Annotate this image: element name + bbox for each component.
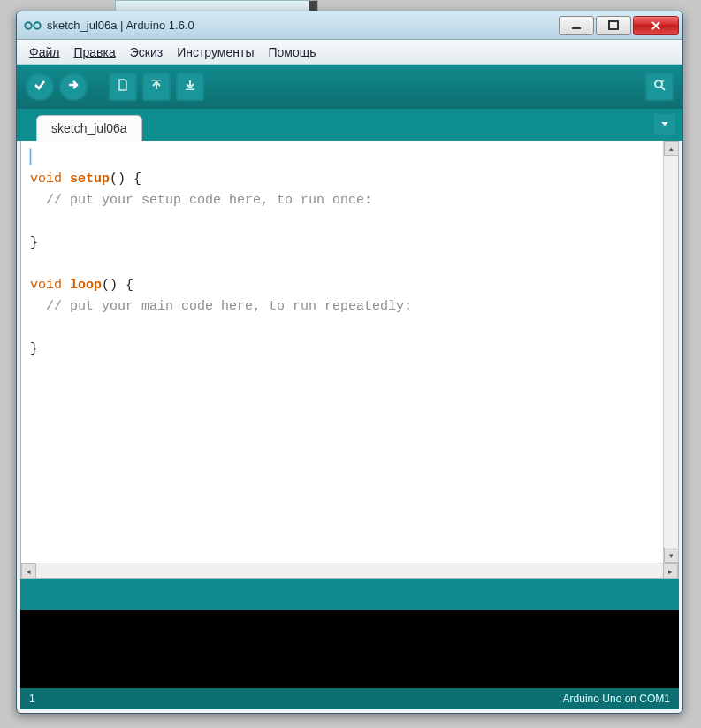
code-text: () { [102,278,133,293]
window-title: sketch_jul06a | Arduino 1.6.0 [47,19,559,32]
arrow-down-icon [183,78,197,96]
new-sketch-button[interactable] [109,73,137,101]
tab-sketch[interactable]: sketch_jul06a [36,115,142,141]
menu-sketch[interactable]: Эскиз [123,42,170,62]
menu-help[interactable]: Помощь [261,42,323,62]
text-cursor [30,149,31,165]
arrow-right-icon [66,78,80,96]
svg-point-1 [34,22,41,29]
toolbar [17,65,682,109]
code-text: } [30,235,38,250]
arrow-up-icon [149,78,164,96]
console-output[interactable] [20,610,679,688]
arduino-logo-icon [24,19,42,33]
vertical-scrollbar[interactable]: ▴ ▾ [663,141,678,563]
svg-point-6 [655,80,662,88]
tab-menu-button[interactable] [654,114,675,135]
code-text: () { [110,172,141,187]
line-number: 1 [29,693,35,705]
code-function: loop [70,278,102,293]
svg-point-0 [25,22,32,29]
svg-rect-4 [152,80,161,81]
code-comment: // put your setup code here, to run once… [30,193,372,208]
code-editor[interactable]: void setup() { // put your setup code he… [21,141,678,563]
arduino-ide-window: sketch_jul06a | Arduino 1.6.0 Файл Правк… [16,11,683,714]
status-bar: 1 Arduino Uno on COM1 [20,688,679,709]
svg-rect-5 [186,89,194,91]
upload-button[interactable] [59,73,88,101]
titlebar[interactable]: sketch_jul06a | Arduino 1.6.0 [17,11,682,40]
open-sketch-button[interactable] [142,73,171,101]
code-keyword: void [30,172,62,187]
svg-rect-3 [609,21,618,29]
code-text: } [30,341,38,356]
menu-bar: Файл Правка Эскиз Инструменты Помощь [17,40,682,65]
svg-rect-2 [572,27,581,29]
check-icon [33,78,47,96]
code-function: setup [70,172,110,187]
serial-monitor-button[interactable] [645,73,674,101]
scroll-left-icon[interactable]: ◂ [21,563,36,579]
serial-monitor-icon [652,78,667,96]
editor-pane: void setup() { // put your setup code he… [20,141,679,579]
code-comment: // put your main code here, to run repea… [30,299,412,314]
tab-strip: sketch_jul06a [17,109,682,141]
menu-tools[interactable]: Инструменты [170,42,261,62]
window-controls [559,16,679,35]
chevron-down-icon [659,117,670,133]
board-port-info: Arduino Uno on COM1 [563,693,670,705]
file-icon [116,78,130,96]
maximize-button[interactable] [596,16,631,35]
verify-button[interactable] [26,73,54,101]
scroll-right-icon[interactable]: ▸ [663,563,678,579]
menu-edit[interactable]: Правка [66,42,122,62]
minimize-button[interactable] [559,16,594,35]
horizontal-scrollbar[interactable]: ◂ ▸ [21,563,678,578]
svg-point-7 [662,80,664,82]
scroll-up-icon[interactable]: ▴ [664,141,679,156]
save-sketch-button[interactable] [176,73,204,101]
menu-file[interactable]: Файл [22,42,66,62]
close-button[interactable] [633,16,679,35]
scroll-down-icon[interactable]: ▾ [664,548,679,563]
status-band [20,579,679,610]
code-keyword: void [30,278,62,293]
